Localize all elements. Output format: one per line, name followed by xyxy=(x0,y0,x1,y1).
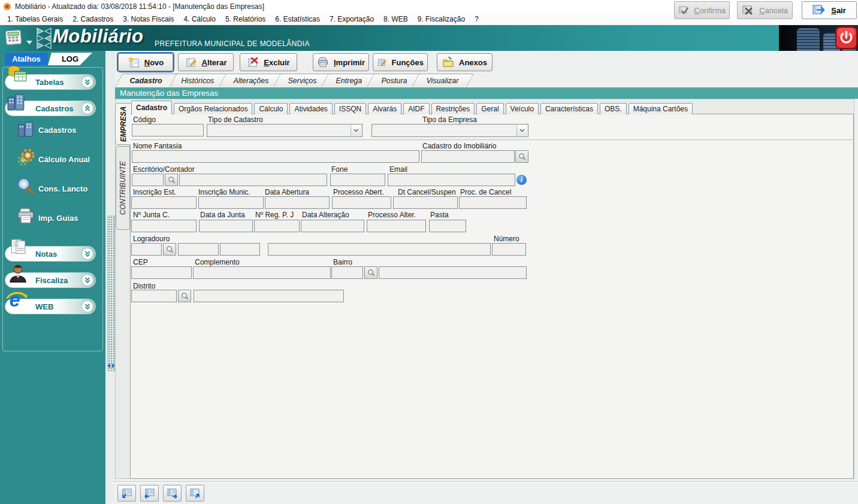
pasta-field[interactable] xyxy=(429,220,466,232)
excluir-button[interactable]: Excluir xyxy=(240,53,297,71)
menu-relatorios[interactable]: 5. Relatórios xyxy=(220,15,270,23)
proc-de-cancel-field[interactable] xyxy=(459,196,527,209)
menu-cadastros[interactable]: 2. Cadastros xyxy=(68,15,118,23)
form-tab-maquina-cartoes[interactable]: Máquina Cartões xyxy=(629,103,693,114)
bairro-code-field[interactable] xyxy=(331,266,363,279)
sair-button[interactable]: Sair xyxy=(802,1,857,19)
menu-exportacao[interactable]: 7. Exportação xyxy=(325,15,379,23)
nome-fantasia-field[interactable] xyxy=(132,150,419,163)
data-alteracao-field[interactable] xyxy=(301,220,364,232)
escritorio-contador-code-field[interactable] xyxy=(132,174,164,186)
cadastro-imobiliario-search-icon[interactable] xyxy=(515,150,528,163)
last-record-button[interactable] xyxy=(186,485,204,502)
expand-fiscaliza-icon[interactable] xyxy=(81,274,93,286)
sidebar-item-cons-lancto[interactable]: Cons. Lancto xyxy=(38,184,87,193)
funcoes-button[interactable]: Funções xyxy=(373,53,428,71)
logradouro-code-field[interactable] xyxy=(131,243,162,256)
sidebar-item-cadastros[interactable]: Cadastros xyxy=(38,126,77,135)
info-icon[interactable]: i xyxy=(516,175,527,185)
power-button[interactable] xyxy=(835,26,857,49)
no-reg-pj-field[interactable] xyxy=(254,220,300,232)
form-tab-caracteristicas[interactable]: Características xyxy=(540,103,598,114)
collapse-cadastros-icon[interactable] xyxy=(81,102,93,114)
tipo-empresa-select[interactable] xyxy=(371,124,528,137)
sidebar-item-calculo-anual[interactable]: Cálculo Anual xyxy=(38,155,90,164)
dt-cancel-suspen-field[interactable] xyxy=(393,196,458,209)
distrito-name-field[interactable] xyxy=(194,290,344,302)
menu-calculo[interactable]: 4. Cálculo xyxy=(179,15,220,23)
escritorio-contador-name-field[interactable] xyxy=(179,174,327,186)
cep-field[interactable] xyxy=(131,266,192,279)
expand-web-icon[interactable] xyxy=(81,300,93,312)
chevron-down-icon[interactable] xyxy=(516,125,527,136)
form-tab-cadastro[interactable]: Cadastro xyxy=(131,101,172,114)
first-record-button[interactable] xyxy=(117,485,136,502)
form-tab-atividades[interactable]: Atividades xyxy=(289,103,332,114)
codigo-field[interactable] xyxy=(132,124,204,136)
cancela-button[interactable]: Cancela xyxy=(737,1,793,19)
form-tab-orgaos-relacionados[interactable]: Orgãos Relacionados xyxy=(174,103,252,114)
tab-visualizar[interactable]: Visualizar xyxy=(412,74,474,87)
logradouro-title-field[interactable] xyxy=(220,243,260,256)
escritorio-contador-search-icon[interactable] xyxy=(165,174,178,186)
confirma-button[interactable]: Confirma xyxy=(674,1,730,19)
sidebar-tab-log[interactable]: LOG xyxy=(48,53,92,65)
processo-alter-field[interactable] xyxy=(367,220,426,232)
chevron-down-icon[interactable] xyxy=(26,41,32,44)
data-da-junta-field[interactable] xyxy=(199,220,253,232)
imprimir-button[interactable]: Imprimir xyxy=(313,53,369,71)
logradouro-name-field[interactable] xyxy=(268,243,491,256)
form-tab-alvaras[interactable]: Alvarás xyxy=(368,103,401,114)
alterar-button[interactable]: Alterar xyxy=(178,53,234,71)
splitter-handle[interactable] xyxy=(107,215,115,371)
anexos-button[interactable]: Anexos xyxy=(437,53,493,71)
complemento-field[interactable] xyxy=(193,266,331,279)
pasta-label: Pasta xyxy=(430,211,449,219)
inscricao-est-label: Inscrição Est. xyxy=(133,188,176,196)
novo-button[interactable]: Novo xyxy=(118,53,173,71)
expand-notas-icon[interactable] xyxy=(81,248,93,260)
next-record-button[interactable] xyxy=(163,485,182,502)
data-abertura-field[interactable] xyxy=(265,196,330,209)
inscricao-est-field[interactable] xyxy=(131,196,197,209)
cadastro-imobiliario-field[interactable] xyxy=(421,150,515,163)
side-tab-contribuinte[interactable]: CONTRIBUINTE xyxy=(116,146,130,230)
banner-subtitle: PREFEITURA MUNICIPAL DE MODELÂNDIA xyxy=(155,40,310,48)
menu-notas-fiscais[interactable]: 3. Notas Fiscais xyxy=(118,15,179,23)
inscricao-munic-field[interactable] xyxy=(198,196,264,209)
logradouro-type-field[interactable] xyxy=(178,243,219,256)
form-tab-obs[interactable]: OBS. xyxy=(600,103,627,114)
nome-fantasia-label: Nome Fantasia xyxy=(133,142,182,150)
sidebar-tab-atalhos[interactable]: Atalhos xyxy=(5,53,48,65)
distrito-search-icon[interactable] xyxy=(178,290,191,302)
fone-field[interactable] xyxy=(330,174,385,186)
menu-fiscalizacao[interactable]: 9. Fiscalização xyxy=(413,15,470,23)
logradouro-search-icon[interactable] xyxy=(163,243,176,256)
previous-record-button[interactable] xyxy=(140,485,159,502)
sidebar-item-imp-guias[interactable]: Imp. Guias xyxy=(38,214,78,223)
processo-abert-field[interactable] xyxy=(332,196,391,209)
tipo-cadastro-select[interactable] xyxy=(207,124,362,137)
no-junta-field[interactable] xyxy=(131,220,197,232)
numero-field[interactable] xyxy=(492,243,526,256)
form-tab-veiculo[interactable]: Veículo xyxy=(506,103,539,114)
bairro-search-icon[interactable] xyxy=(364,266,377,279)
form-tab-restricoes[interactable]: Restrições xyxy=(431,103,475,114)
email-field[interactable] xyxy=(388,174,515,186)
calculator-icon[interactable] xyxy=(5,29,23,48)
menu-web[interactable]: 8. WEB xyxy=(379,15,413,23)
menu-estatisticas[interactable]: 6. Estatísticas xyxy=(270,15,325,23)
distrito-code-field[interactable] xyxy=(131,290,177,302)
side-tab-empresa[interactable]: EMPRESA xyxy=(115,103,131,145)
expand-tabelas-icon[interactable] xyxy=(81,76,93,88)
tab-cadastro[interactable]: Cadastro xyxy=(115,74,177,87)
menu-tabelas-gerais[interactable]: 1. Tabelas Gerais xyxy=(2,15,68,23)
form-tab-calculo[interactable]: Cálculo xyxy=(254,103,288,114)
splitter-left-arrow-icon[interactable] xyxy=(107,363,110,368)
menu-help[interactable]: ? xyxy=(470,15,484,23)
form-tab-geral[interactable]: Geral xyxy=(476,103,503,114)
bairro-name-field[interactable] xyxy=(379,266,527,279)
form-tab-aidf[interactable]: AIDF xyxy=(403,103,429,114)
form-tab-issqn[interactable]: ISSQN xyxy=(334,103,366,114)
chevron-down-icon[interactable] xyxy=(351,125,361,136)
